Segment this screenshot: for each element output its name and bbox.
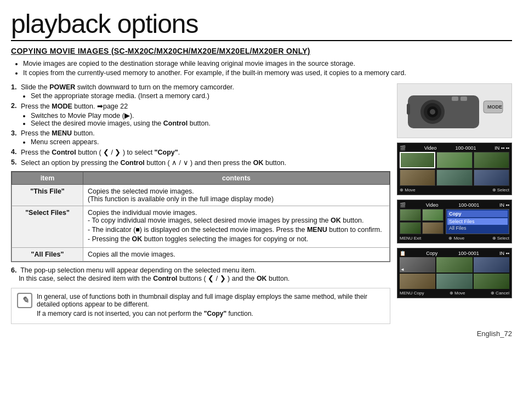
screen-panel-2: 🎬 Video 100-0001 IN ▪▪ Copy Select Files… — [397, 200, 512, 243]
screen3-title: Copy — [426, 251, 437, 256]
step-2: 2. Press the MODE button. ➡page 22 Switc… — [11, 102, 390, 127]
thumb-6 — [474, 169, 509, 186]
step-3-sub-1: Menu screen appears. — [31, 138, 99, 146]
screen2-bottom: MENU Exit ⊕ Move ⊕ Select — [400, 236, 509, 241]
item-select-files: "Select Files" — [12, 206, 83, 247]
step-4: 4. Press the Control button ( ❮ / ❯ ) to… — [11, 148, 390, 156]
thumb-1 — [400, 152, 435, 168]
screen-top-bar-2: 🎬 Video 100-0001 IN ▪▪ — [400, 202, 509, 208]
step-3-text: Press the MENU button. Menu screen appea… — [21, 129, 99, 146]
step-num-2: 2. — [11, 102, 21, 127]
bullet-2: It copies from the currently-used memory… — [23, 69, 512, 77]
screen1-bottom: ⊕ Move ⊕ Select — [400, 188, 509, 192]
intro-bullets: Movie images are copied to the destinati… — [11, 60, 512, 77]
content-select-files: Copies the individual movie images. To c… — [83, 206, 390, 247]
svg-rect-6 — [461, 97, 467, 101]
table-row-select-files: "Select Files" Copies the individual mov… — [12, 206, 390, 247]
footer-text: English_72 — [477, 330, 512, 338]
screen1-move: ⊕ Move — [400, 188, 416, 192]
select-files-dash-1: To copy individual movie images, select … — [88, 217, 385, 224]
screen1-title: Video — [424, 145, 437, 151]
screen2-thumbs — [400, 209, 444, 234]
step-1-sub-1: Set the appropriate storage media. (Inse… — [31, 92, 234, 100]
step-2-sub-2: Select the desired movie images, using t… — [31, 120, 211, 127]
note-box: ✎ In general, use of functions both in t… — [11, 288, 390, 324]
col-header-contents: contents — [83, 172, 390, 184]
select-files-dash-3: Pressing the OK button toggles selecting… — [88, 235, 385, 243]
screen2-counter: 100-0001 — [458, 202, 479, 208]
screen2-select: ⊕ Select — [492, 236, 509, 241]
screen2-icon: 🎬 — [400, 202, 406, 208]
screen-top-bar-3: 📋 Copy 100-0001 IN ▪▪ — [400, 251, 509, 256]
item-this-file: "This File" — [12, 184, 83, 206]
svg-rect-5 — [452, 97, 458, 101]
step-num-5: 5. — [11, 158, 21, 167]
steps-list: 1. Slide the POWER switch downward to tu… — [11, 83, 390, 167]
thumb-5 — [436, 169, 472, 186]
screen-panel-1: 🎬 Video 100-0001 IN ▪▪ ▪▪ ⊕ Move ⊕ Selec… — [397, 143, 512, 195]
thumb-4 — [400, 169, 435, 186]
note-2: If a memory card is not inserted, you ca… — [37, 310, 384, 317]
s2-t1 — [400, 209, 421, 221]
note-content: In general, use of functions both in thu… — [37, 293, 384, 319]
screen3-grid: ◄ — [400, 257, 509, 289]
svg-rect-9 — [407, 104, 410, 115]
col-header-item: item — [12, 172, 83, 184]
step-5-text: Select an option by pressing the Control… — [21, 158, 286, 167]
copy-t3 — [474, 257, 509, 273]
copy-t6 — [474, 274, 509, 289]
step-1: 1. Slide the POWER switch downward to tu… — [11, 83, 390, 100]
screen1-icon: 🎬 — [400, 145, 406, 151]
copy-t1: ◄ — [400, 257, 435, 273]
screen3-bottom: MENU Copy ⊕ Move ⊕ Cancel — [400, 291, 509, 296]
screen3-counter: 100-0001 — [458, 251, 479, 256]
page-title: playback options — [11, 10, 512, 41]
svg-text:MODE: MODE — [487, 104, 502, 110]
screen2-icons: IN ▪▪ — [499, 202, 509, 208]
screen-panel-3: 📋 Copy 100-0001 IN ▪▪ ◄ MENU Copy ⊕ Move… — [397, 248, 512, 298]
select-files-dash-2: The indicator (■) is displayed on the se… — [88, 226, 385, 234]
step-num-4: 4. — [11, 148, 21, 156]
screen1-icons: IN ▪▪ ▪▪ — [494, 145, 509, 151]
svg-point-4 — [430, 109, 435, 115]
table-row-all-files: "All Files" Copies all the movie images. — [12, 247, 390, 261]
step-num-3: 3. — [11, 129, 21, 146]
copy-t4 — [400, 274, 435, 289]
note-1: In general, use of functions both in thu… — [37, 293, 384, 308]
options-table: item contents "This File" Copies the sel… — [12, 172, 390, 262]
screen3-copy: MENU Copy — [400, 291, 424, 296]
step-3: 3. Press the MENU button. Menu screen ap… — [11, 129, 390, 146]
content-this-file: Copies the selected movie images. (This … — [83, 184, 390, 206]
step-1-text: Slide the POWER switch downward to turn … — [21, 83, 234, 100]
s2-t4 — [422, 222, 444, 234]
screen2-title: Video — [426, 202, 439, 208]
screen1-grid — [400, 152, 509, 186]
step-2-sub-1: Switches to Movie Play mode (▶). — [31, 111, 211, 120]
screen2-all-files: All Files — [447, 225, 508, 231]
screen2-copy-title: Copy — [447, 211, 508, 217]
s2-t3 — [400, 222, 421, 234]
screen2-content: Copy Select Files All Files — [400, 209, 509, 234]
step-5: 5. Select an option by pressing the Cont… — [11, 158, 390, 167]
screen2-move: ⊕ Move — [448, 236, 464, 241]
page-footer: English_72 — [11, 330, 512, 338]
step-2-text: Press the MODE button. ➡page 22 Switches… — [21, 102, 211, 127]
options-table-container: item contents "This File" Copies the sel… — [11, 171, 390, 262]
item-all-files: "All Files" — [12, 247, 83, 261]
copy-t5 — [436, 274, 472, 289]
table-row-this-file: "This File" Copies the selected movie im… — [12, 184, 390, 206]
step-4-text: Press the Control button ( ❮ / ❯ ) to se… — [21, 148, 180, 156]
content-all-files: Copies all the movie images. — [83, 247, 390, 261]
screen2-select-files: Select Files — [447, 218, 508, 225]
note-icon: ✎ — [17, 293, 32, 308]
screen3-cancel: ⊕ Cancel — [491, 291, 509, 296]
screen2-menu: Copy Select Files All Files — [446, 209, 509, 234]
camera-image: MODE — [397, 83, 512, 138]
screen-top-bar-1: 🎬 Video 100-0001 IN ▪▪ ▪▪ — [400, 145, 509, 151]
step-6-text: 6. The pop-up selection menu will appear… — [11, 266, 390, 282]
screen1-select: ⊕ Select — [492, 188, 509, 192]
screen3-icons: IN ▪▪ — [499, 251, 509, 256]
section-heading: COPYING MOVIE IMAGES (SC-MX20C/MX20CH/MX… — [11, 47, 512, 55]
screen3-icon: 📋 — [400, 251, 406, 256]
thumb-2 — [436, 152, 472, 168]
